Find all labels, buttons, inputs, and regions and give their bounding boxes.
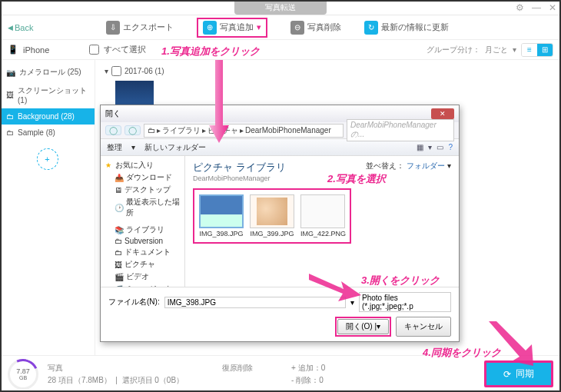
- title-tab: 写真転送: [234, 1, 327, 15]
- breadcrumb[interactable]: 🗀 ▸ライブラリ ▸ピクチャ ▸DearMobiPhoneManager: [144, 124, 344, 138]
- library-title: ピクチャ ライブラリ: [193, 161, 286, 174]
- phone-icon: 📱: [8, 45, 18, 55]
- camera-icon: 📷: [6, 68, 15, 77]
- add-album-button[interactable]: +: [37, 148, 58, 170]
- nav-back-icon[interactable]: ◯: [105, 125, 121, 135]
- add-photo-icon: ⊕: [203, 21, 217, 35]
- tree-favorites[interactable]: お気に入り: [104, 159, 181, 171]
- delete-icon: ⊖: [290, 21, 304, 35]
- sidebar-item-screenshot[interactable]: 🖼スクリーンショット (1): [0, 81, 95, 108]
- help-icon[interactable]: ?: [448, 143, 453, 151]
- tree-item[interactable]: 🗀 ドキュメント: [104, 246, 181, 258]
- filename-label: ファイル名(N):: [108, 297, 160, 307]
- sidebar-item-camera-roll[interactable]: 📷カメラロール (25): [0, 63, 95, 81]
- open-button[interactable]: 開く(O) |▾: [337, 319, 389, 334]
- dialog-files-area: ピクチャ ライブラリ DearMobiPhoneManager 並べ替え： フォ…: [185, 156, 459, 287]
- open-dialog: 開く ✕ ◯ ◯ 🗀 ▸ライブラリ ▸ピクチャ ▸DearMobiPhoneMa…: [100, 105, 460, 342]
- list-view-icon[interactable]: ≡: [522, 44, 537, 56]
- view-toggle[interactable]: ≡ ⊞: [521, 43, 553, 57]
- groupby-label: グループ分け：: [427, 45, 480, 55]
- nav-fwd-icon[interactable]: ◯: [124, 125, 141, 135]
- dialog-title: 開く: [105, 108, 121, 119]
- file-item[interactable]: IMG_422.PNG: [300, 194, 345, 238]
- sidebar: 📷カメラロール (25) 🖼スクリーンショット (1) 🗀Background …: [0, 60, 95, 367]
- storage-gauge: 7.87 GB: [8, 359, 38, 390]
- preview-icon[interactable]: ▭: [437, 143, 443, 151]
- titlebar: 写真転送 ⚙ — ✕: [0, 0, 561, 15]
- photo-label: 写真: [48, 363, 63, 374]
- sync-button[interactable]: ⟳同期: [484, 360, 553, 387]
- delete-photo-button[interactable]: ⊖写真削除: [290, 21, 341, 35]
- folder-icon: 🗀: [6, 128, 14, 137]
- select-all-checkbox[interactable]: [89, 45, 99, 55]
- refresh-icon: ↻: [364, 21, 378, 35]
- toolbar: Back ⇩エクスポート ⊕写真追加 ▾ ⊖写真削除 ↻最新の情報に更新: [0, 15, 561, 40]
- collapse-icon: ▾: [105, 67, 108, 75]
- folder-icon: 🗀: [148, 126, 155, 135]
- bottom-bar: 7.87 GB 写真 28 項目（7.8MB） | 選択項目 0（0B） 復原削…: [0, 355, 561, 392]
- tree-item[interactable]: 🗀 Subversion: [104, 236, 181, 246]
- minimize-icon[interactable]: —: [532, 2, 541, 13]
- folder-icon: 🗀: [6, 112, 14, 121]
- dialog-search-input[interactable]: DearMobiPhoneManagerの...: [347, 119, 454, 141]
- view-icon[interactable]: ▦: [417, 143, 423, 151]
- selected-count: 選択項目 0（0B）: [122, 376, 184, 384]
- group-row-1[interactable]: ▾2017-06 (1): [105, 66, 552, 76]
- file-item[interactable]: IMG_398.JPG: [199, 194, 244, 238]
- sidebar-item-background[interactable]: 🗀Background (28): [0, 108, 95, 125]
- items-count: 28 項目（7.8MB）: [48, 376, 111, 384]
- file-item[interactable]: IMG_399.JPG: [250, 194, 294, 238]
- dropdown-icon: ▾: [257, 22, 261, 32]
- screenshot-icon: 🖼: [6, 91, 14, 99]
- settings-icon[interactable]: ⚙: [516, 2, 524, 13]
- grid-view-icon[interactable]: ⊞: [537, 44, 553, 56]
- dialog-close-button[interactable]: ✕: [431, 108, 454, 119]
- sidebar-item-sample[interactable]: 🗀Sample (8): [0, 125, 95, 141]
- library-subtitle: DearMobiPhoneManager: [193, 174, 286, 182]
- tree-item[interactable]: 🎵 ミュージック: [104, 283, 181, 287]
- export-icon: ⇩: [106, 21, 120, 35]
- new-folder-button[interactable]: 新しいフォルダー: [144, 142, 206, 153]
- device-bar: 📱 iPhone すべて選択 グループ分け： 月ごと ▾ ≡ ⊞: [0, 40, 561, 60]
- refresh-button[interactable]: ↻最新の情報に更新: [364, 21, 449, 35]
- device-name: iPhone: [23, 45, 49, 55]
- filetype-select[interactable]: Photo files (*.jpg;*.jpeg;*.p: [359, 292, 451, 312]
- sort-control[interactable]: 並べ替え： フォルダー ▾: [366, 161, 451, 171]
- dropdown-icon[interactable]: ▾: [350, 298, 354, 307]
- del-count: - 削除：0: [291, 375, 324, 386]
- filename-input[interactable]: [164, 297, 346, 308]
- add-photo-button[interactable]: ⊕写真追加 ▾: [203, 21, 261, 35]
- groupby-value[interactable]: 月ごと: [485, 45, 508, 55]
- tree-library[interactable]: 📚 ライブラリ: [104, 224, 181, 236]
- tree-item[interactable]: 🕑 最近表示した場所: [104, 196, 181, 219]
- dropdown-icon: ▾: [513, 45, 516, 54]
- sync-icon: ⟳: [503, 369, 511, 380]
- add-count: + 追加：0: [291, 363, 325, 374]
- tree-item[interactable]: 🎬 ビデオ: [104, 271, 181, 283]
- group-checkbox[interactable]: [111, 66, 121, 76]
- tree-item[interactable]: 🖥 デスクトップ: [104, 184, 181, 196]
- tree-item[interactable]: 📥 ダウンロード: [104, 171, 181, 184]
- select-all-label: すべて選択: [104, 44, 146, 55]
- close-icon[interactable]: ✕: [549, 2, 556, 13]
- dialog-tree: お気に入り 📥 ダウンロード 🖥 デスクトップ 🕑 最近表示した場所 📚 ライブ…: [101, 156, 185, 287]
- tree-item[interactable]: 🖼 ピクチャ: [104, 258, 181, 271]
- undo-label: 復原削除: [222, 363, 253, 374]
- back-button[interactable]: Back: [8, 23, 33, 32]
- organize-menu[interactable]: 整理: [107, 142, 122, 153]
- export-button[interactable]: ⇩エクスポート: [106, 21, 174, 35]
- cancel-button[interactable]: キャンセル: [396, 317, 451, 337]
